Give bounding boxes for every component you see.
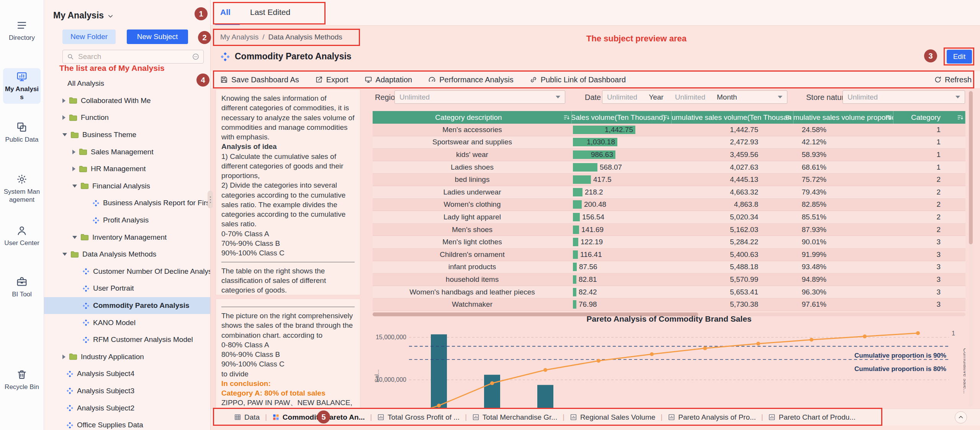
sort-icon[interactable] [563, 114, 570, 121]
note-text: 1) Calculate the cumulative sales of dif… [221, 152, 355, 181]
cell-category: 2 [893, 173, 965, 186]
column-header-category[interactable]: Category [893, 111, 965, 124]
column-header-cumulative-sales-volume-proportio[interactable]: Cumulative sales volume proportio [793, 111, 893, 124]
toolbar-public-link-of-dashboard[interactable]: Public Link of Dashboard [530, 75, 626, 84]
tree-item-profit-analysis[interactable]: Profit Analysis [44, 212, 210, 229]
chevron-expanded-icon[interactable] [72, 185, 77, 188]
toolbar-export[interactable]: Export [315, 75, 348, 84]
tree-item-hr-management[interactable]: HR Management [44, 160, 210, 178]
filter-date-control[interactable]: Unlimited Year Unlimited Month [602, 90, 787, 104]
tree-item-business-analysis-report-for-first[interactable]: Business Analysis Report for First ... [44, 195, 210, 212]
cell-category: 1 [893, 124, 965, 136]
chevron-expanded-icon[interactable] [62, 133, 67, 136]
tree-item-industry-application[interactable]: Industry Application [44, 348, 210, 366]
chevron-collapsed-icon[interactable] [62, 98, 65, 103]
cell-cumulative-sales: 5,730.38 [672, 298, 793, 311]
breadcrumb: My Analysis / Data Analysis Methods [220, 33, 342, 41]
bottom-tab-total-merchandise-gr[interactable]: Total Merchandise Gr... [472, 413, 557, 422]
scrollbar-thumb[interactable] [969, 91, 973, 244]
breadcrumb-data-analysis-methods[interactable]: Data Analysis Methods [268, 33, 342, 41]
annotation-list-area-text: The list area of [59, 64, 118, 72]
annotation-step-3: 3 [924, 49, 937, 62]
toolbar-adaptation[interactable]: Adaptation [365, 75, 412, 84]
panel-splitter-handle[interactable] [208, 191, 213, 208]
chevron-collapsed-icon[interactable] [62, 115, 65, 120]
tree-item-analysis-subject2[interactable]: Analysis Subject2 [44, 399, 210, 417]
column-header-sales-volume-ten-thousand[interactable]: Sales volume(Ten Thousand) [572, 111, 672, 124]
bottom-tab-pareto-analysis-of-pro[interactable]: Pareto Analysis of Pro... [668, 413, 756, 422]
breadcrumb-my-analysis[interactable]: My Analysis [220, 33, 258, 41]
tree-item-label: Collaborated With Me [81, 96, 151, 105]
tree-item-collaborated-with-me[interactable]: Collaborated With Me [44, 92, 210, 110]
filter-region-select[interactable]: Unlimited [394, 90, 565, 104]
sidebar-item-bi-tool[interactable]: BI Tool [3, 273, 41, 301]
sort-icon[interactable] [957, 114, 964, 121]
table-row: Women's handbags and leather pieces82.42… [373, 286, 965, 299]
refresh-button[interactable]: Refresh [934, 71, 972, 88]
column-header-cumulative-sales-volume-ten-thousan[interactable]: Cumulative sales volume(Ten Thousan [672, 111, 793, 124]
tree-item-function[interactable]: Function [44, 109, 210, 126]
chevron-collapsed-icon[interactable] [72, 167, 75, 171]
cell-sales-volume: 986.63 [572, 149, 672, 161]
caret-down-icon [955, 96, 960, 98]
chart-title: Pareto Analysis of Commodity Brand Sales [373, 314, 965, 324]
tree-item-user-portrait[interactable]: User Portrait [44, 280, 210, 297]
tree-item-business-theme[interactable]: Business Theme [44, 126, 210, 144]
new-subject-button[interactable]: New Subject [127, 29, 188, 44]
note-text: 80%-90% Class B [221, 350, 355, 359]
tree-item-commodity-pareto-analysis[interactable]: Commodity Pareto Analysis [44, 297, 210, 314]
tree-item-sales-management[interactable]: Sales Management [44, 143, 210, 160]
bottom-tab-data[interactable]: Data [234, 413, 260, 422]
sidebar-item-recycle-bin[interactable]: Recycle Bin [3, 366, 41, 394]
column-header-category-description[interactable]: Category description [373, 111, 572, 124]
tree-item-office-supplies-data[interactable]: Office Supplies Data [44, 417, 210, 430]
toolbar-save-dashboard-as[interactable]: Save Dashboard As [220, 75, 299, 84]
tree-item-rfm-customer-analysis-model[interactable]: RFM Customer Analysis Model [44, 331, 210, 348]
sidebar-item-my-analysis[interactable]: My Analysis [3, 68, 41, 104]
cell-sales-volume: 417.5 [572, 173, 672, 186]
tree-item-analysis-subject3[interactable]: Analysis Subject3 [44, 383, 210, 400]
bottom-tab-pareto-chart-of-produ[interactable]: Pareto Chart of Produ... [768, 413, 856, 422]
search-box[interactable] [62, 50, 204, 64]
tree-item-financial-analysis[interactable]: Financial Analysis [44, 178, 210, 195]
bottom-tab-regional-sales-volume[interactable]: Regional Sales Volume [570, 413, 655, 422]
preview-vertical-scrollbar[interactable] [969, 90, 973, 407]
chevron-collapsed-icon[interactable] [62, 355, 65, 359]
new-folder-button[interactable]: New Folder [62, 29, 116, 44]
chevron-expanded-icon[interactable] [72, 236, 77, 239]
tab-last-edited[interactable]: Last Edited [250, 0, 290, 25]
tree-item-all-analysis[interactable]: All Analysis [44, 75, 210, 92]
tree-panel-title[interactable]: My Analysis [53, 10, 114, 21]
sidebar-item-system-management[interactable]: System Management [3, 171, 41, 206]
chart-icon [768, 414, 775, 421]
toolbar-performance-analysis[interactable]: Performance Analysis [428, 75, 513, 84]
sidebar-item-user-center[interactable]: User Center [3, 222, 41, 250]
sidebar-item-public-data[interactable]: Public Data [3, 119, 41, 146]
sort-icon[interactable] [785, 114, 792, 121]
sort-icon[interactable] [663, 114, 670, 121]
sort-icon[interactable] [885, 114, 892, 121]
tree-item-customer-number-of-decline-analysis[interactable]: Customer Number Of Decline Analysis [44, 263, 210, 280]
chevron-up-icon[interactable] [955, 411, 967, 423]
note-text: 90%-100% Class C [221, 359, 355, 369]
left-nav-sidebar: DirectoryMy AnalysisPublic DataSystem Ma… [0, 0, 44, 430]
cell-category-description: infant products [373, 261, 572, 273]
tree-item-kano-model[interactable]: KANO Model [44, 314, 210, 331]
search-input[interactable] [77, 52, 189, 61]
cell-category-description: Ladies shoes [373, 161, 572, 173]
edit-button[interactable]: Edit [947, 50, 972, 64]
more-options-icon[interactable] [192, 53, 200, 60]
folder-icon [80, 182, 89, 190]
bottom-tab-total-gross-profit-of[interactable]: Total Gross Profit of ... [377, 413, 460, 422]
tree-item-data-analysis-methods[interactable]: Data Analysis Methods [44, 246, 210, 263]
filter-store-nature-select[interactable]: Unlimited [843, 90, 965, 104]
sidebar-item-directory[interactable]: Directory [3, 17, 41, 44]
table-row: Men's shoes141.695,162.0387.93%2 [373, 224, 965, 236]
tree-item-analysis-subject4[interactable]: Analysis Subject4 [44, 365, 210, 383]
chevron-collapsed-icon[interactable] [72, 150, 75, 154]
cell-category: 2 [893, 224, 965, 236]
tab-all[interactable]: All [220, 0, 231, 25]
tree-item-inventory-management[interactable]: Inventory Management [44, 229, 210, 246]
chevron-expanded-icon[interactable] [62, 253, 67, 256]
analysis-tree: All AnalysisCollaborated With MeFunction… [44, 75, 210, 430]
